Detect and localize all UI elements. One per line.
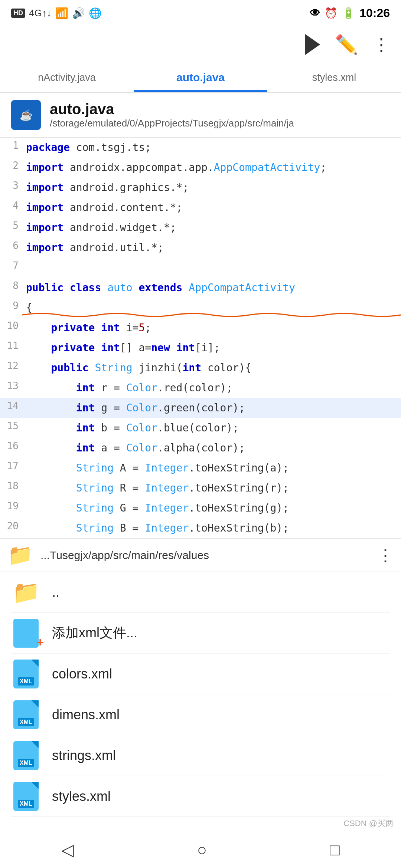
folder-section: 📁 ...Tusegjx/app/src/main/res/values ⋮ 📁… [0,539,401,817]
status-right: 👁 ⏰ 🔋 10:26 [310,6,390,20]
file-list: 📁 .. + 添加xml文件... [0,572,401,817]
code-line-4: 4 import android.content.*; [0,198,401,218]
code-line-2: 2 import androidx.appcompat.app.AppCompa… [0,158,401,178]
tab-styles-xml[interactable]: styles.xml [267,63,401,92]
tab-bar: nActivity.java auto.java styles.xml [0,63,401,93]
code-line-1: 1 package com.tsgj.ts; [0,138,401,158]
strings-xml-name: strings.xml [52,748,116,763]
code-line-13: 13 int r = Color.red(color); [0,378,401,398]
add-xml-name: 添加xml文件... [52,624,137,642]
folder-icon: 📁 [7,543,33,567]
list-item-dimens-xml[interactable]: XML dimens.xml [11,694,390,735]
folder-header[interactable]: 📁 ...Tusegjx/app/src/main/res/values ⋮ [0,539,401,572]
more-button[interactable]: ⋮ [373,36,390,53]
list-item-parent[interactable]: 📁 .. [11,572,390,613]
code-line-15: 15 int b = Color.blue(color); [0,418,401,438]
code-line-9: 9 { [0,298,401,318]
home-button[interactable]: ○ [197,841,207,859]
nav-bar: ◁ ○ □ [0,831,401,868]
code-line-18: 18 String R = Integer.toHexString(r); [0,478,401,498]
strings-xml-icon-wrapper: XML [11,741,41,770]
play-button[interactable] [305,34,320,55]
code-editor[interactable]: 1 package com.tsgj.ts; 2 import androidx… [0,138,401,539]
code-line-7: 7 [0,258,401,278]
code-line-14: 14 int g = Color.green(color); [0,398,401,418]
code-line-11: 11 private int[] a=new int[i]; [0,338,401,358]
watermark: CSDN @买两 [343,818,394,829]
dimens-xml-name: dimens.xml [52,707,120,723]
code-line-12: 12 public String jinzhi(int color){ [0,358,401,378]
file-header: ☕ auto.java /storage/emulated/0/AppProje… [0,93,401,138]
parent-folder-name: .. [52,585,59,600]
colors-xml-icon: XML [13,660,39,688]
battery-icon: 🔋 [342,7,355,19]
tab-auto-java[interactable]: auto.java [134,63,267,92]
styles-xml-name: styles.xml [52,789,111,804]
recent-button[interactable]: □ [330,841,340,859]
folder-more-button[interactable]: ⋮ [377,546,394,565]
colors-xml-name: colors.xml [52,666,112,682]
status-bar: HD 4G↑↓ 📶 🔊 🌐 👁 ⏰ 🔋 10:26 [0,0,401,26]
vpn-icon: 🌐 [89,7,102,19]
strings-xml-icon: XML [13,741,39,770]
code-line-19: 19 String G = Integer.toHexString(g); [0,498,401,518]
time-display: 10:26 [359,6,390,20]
java-file-icon: ☕ [11,100,41,130]
code-line-5: 5 import android.widget.*; [0,218,401,238]
dimens-xml-icon-wrapper: XML [11,700,41,729]
edit-button[interactable]: ✏️ [335,34,358,55]
list-item-colors-xml[interactable]: XML colors.xml [11,654,390,694]
wifi-icon: 🔊 [72,7,85,19]
list-item-strings-xml[interactable]: XML strings.xml [11,735,390,776]
hd-badge: HD [11,9,25,18]
styles-xml-icon-wrapper: XML [11,782,41,811]
colors-xml-icon-wrapper: XML [11,660,41,688]
list-item-add-xml[interactable]: + 添加xml文件... [11,613,390,654]
parent-folder-icon: 📁 [12,579,40,605]
parent-folder-icon-wrapper: 📁 [11,579,41,605]
dimens-xml-icon: XML [13,700,39,729]
styles-xml-icon: XML [13,782,39,811]
add-xml-icon-wrapper: + [11,619,41,648]
tab-main-activity[interactable]: nActivity.java [0,63,134,92]
toolbar: ✏️ ⋮ [0,26,401,63]
folder-path: ...Tusegjx/app/src/main/res/values [40,549,370,562]
code-line-3: 3 import android.graphics.*; [0,178,401,198]
back-button[interactable]: ◁ [61,840,74,859]
code-line-6: 6 import android.util.*; [0,238,401,258]
file-path: /storage/emulated/0/AppProjects/Tusegjx/… [50,118,294,129]
code-line-16: 16 int a = Color.alpha(color); [0,438,401,458]
status-left: HD 4G↑↓ 📶 🔊 🌐 [11,7,102,19]
eye-icon: 👁 [310,7,320,19]
signal-icon: 4G↑↓ [29,7,52,19]
file-title: auto.java [50,101,294,118]
list-item-styles-xml[interactable]: XML styles.xml [11,776,390,817]
bars-icon: 📶 [55,7,68,19]
file-info: auto.java /storage/emulated/0/AppProject… [50,101,294,129]
code-line-10: 10 private int i=5; [0,318,401,338]
code-line-20: 20 String B = Integer.toHexString(b); [0,518,401,538]
orange-annotation [22,311,401,318]
code-line-8: 8 public class auto extends AppCompatAct… [0,278,401,298]
code-line-17: 17 String A = Integer.toHexString(a); [0,458,401,478]
alarm-icon: ⏰ [325,7,338,19]
plus-icon: + [36,635,44,650]
